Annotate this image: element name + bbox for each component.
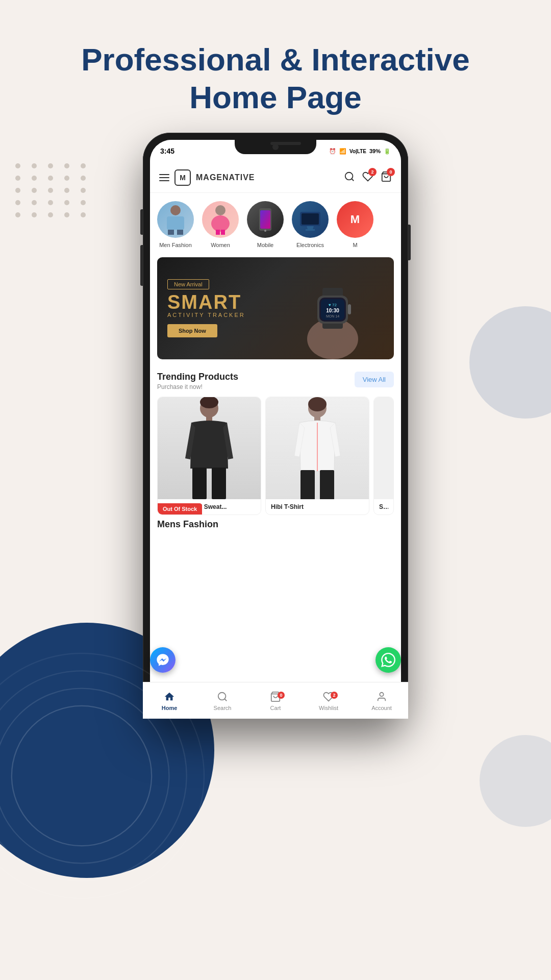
category-electronics-label: Electronics [296,242,324,248]
background-dots [15,163,90,217]
side-button [408,225,411,260]
phone-mockup: 3:45 ⏰ 📶 Vo|LTE 39% 🔋 [143,133,408,719]
svg-point-17 [264,230,266,232]
category-women-label: Women [211,242,230,248]
svg-rect-9 [177,230,183,235]
svg-rect-12 [216,230,220,235]
svg-rect-43 [320,470,334,499]
svg-point-2 [0,671,187,880]
battery-icon: 🔋 [384,148,391,155]
product-card-2[interactable]: Hibi T-Shirt [265,397,369,515]
svg-rect-32 [348,304,351,314]
svg-point-1 [0,689,169,864]
whatsapp-button[interactable] [375,647,401,673]
brand-name: MAGENATIVE [196,173,255,182]
nav-wishlist[interactable]: 2 Wishlist [302,691,355,711]
messenger-button[interactable] [150,647,176,673]
cart-nav-icon: 0 [269,691,282,703]
svg-rect-13 [221,230,225,235]
category-electronics-image [292,201,329,238]
signal-icon: Vo|LTE [349,149,366,154]
nav-wishlist-label: Wishlist [319,705,338,711]
svg-point-46 [380,692,383,696]
header-right: 2 0 [344,171,392,184]
wishlist-badge: 2 [368,168,377,176]
svg-text:10:30: 10:30 [326,308,339,313]
svg-rect-19 [302,213,319,225]
svg-rect-37 [212,468,226,499]
svg-rect-7 [167,216,184,230]
banner-content: New Arrival SMART ACTIVITY TRACKER Shop … [167,279,245,337]
category-more[interactable]: M M [337,201,373,248]
alarm-icon: ⏰ [329,148,336,155]
product-name-2: Hibi T-Shirt [271,503,364,510]
nav-cart[interactable]: 0 Cart [249,691,302,711]
nav-search[interactable]: Search [196,691,249,711]
category-men-image [157,201,194,238]
product-info-2: Hibi T-Shirt [266,499,369,514]
bottom-navigation: Home Search [150,682,401,712]
cart-badge: 0 [387,168,395,176]
category-electronics[interactable]: Electronics [292,201,329,248]
logo-box: M [174,169,191,186]
status-right: ⏰ 📶 Vo|LTE 39% 🔋 [329,148,391,155]
svg-point-39 [308,397,327,411]
side-button3 [140,245,143,286]
svg-point-6 [170,205,181,215]
category-mobile-label: Mobile [257,242,273,248]
nav-search-label: Search [214,705,232,711]
search-nav-icon [216,691,229,703]
svg-point-0 [12,706,152,846]
svg-rect-36 [192,468,207,499]
wishlist-nav-badge: 2 [331,692,338,699]
banner-subtitle: ACTIVITY TRACKER [167,312,245,318]
wifi-icon: 📶 [339,148,346,155]
app-header: M MAGENATIVE 2 [150,162,401,193]
trending-title: Trending Products [157,372,238,382]
bg-circle-gray [469,306,551,419]
svg-text:MON 14: MON 14 [326,314,339,318]
category-women[interactable]: Women [202,201,239,248]
nav-cart-label: Cart [270,705,281,711]
category-mobile-image [247,201,284,238]
trending-subtitle: Purchase it now! [157,383,238,390]
product-image-3 [374,397,394,499]
status-time: 3:45 [160,147,174,155]
category-men-label: Men Fashion [159,242,192,248]
svg-point-10 [215,205,226,215]
wishlist-nav-icon: 2 [322,691,335,703]
category-women-image [202,201,239,238]
svg-point-4 [345,172,353,180]
category-men-fashion[interactable]: Men Fashion [157,201,194,248]
category-more-image: M [337,201,373,238]
svg-text:M: M [350,213,360,226]
bg-circle-gray2 [480,735,551,827]
banner-tag: New Arrival [167,279,209,289]
wishlist-button[interactable]: 2 [362,171,373,184]
battery-text: 39% [369,148,381,154]
svg-point-11 [211,215,230,232]
svg-text:♥ 72: ♥ 72 [329,303,337,307]
product-info-3: Slim F [374,499,393,514]
banner-title: SMART [167,292,245,312]
hamburger-menu[interactable] [159,174,169,181]
mens-fashion-section-label: Mens Fashion [150,515,401,530]
categories-row: Men Fashion Women [150,193,401,252]
cart-button[interactable]: 0 [381,171,392,184]
product-card-1[interactable]: Out Of Stock Jack Pyramid Sweat... [157,397,261,515]
view-all-button[interactable]: View All [355,372,394,387]
header-left: M MAGENATIVE [159,169,255,186]
svg-rect-42 [300,470,315,499]
svg-point-3 [0,653,204,898]
product-card-3[interactable]: Slim F [373,397,394,515]
product-image-1 [158,397,261,499]
search-button[interactable] [344,171,355,184]
category-mobile[interactable]: Mobile [247,201,284,248]
svg-rect-8 [168,230,174,235]
svg-point-44 [218,692,226,700]
nav-account[interactable]: Account [355,691,401,711]
promo-banner[interactable]: New Arrival SMART ACTIVITY TRACKER Shop … [157,257,394,359]
banner-shop-now[interactable]: Shop Now [167,324,217,337]
svg-rect-16 [260,210,270,229]
category-more-label: M [353,242,357,248]
